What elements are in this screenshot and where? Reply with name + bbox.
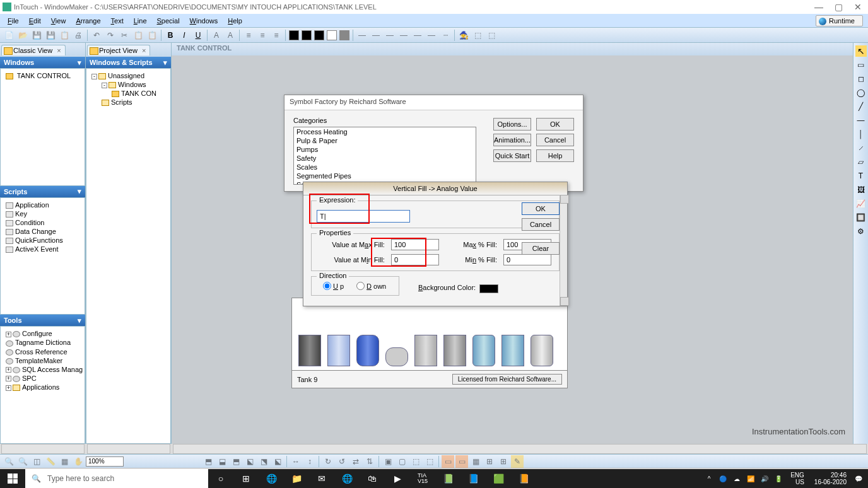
polyline-tool-icon[interactable]: ⟋	[855, 142, 867, 154]
italic-button[interactable]: I	[178, 29, 191, 42]
menu-file[interactable]: File	[3, 16, 24, 26]
line-tool-icon[interactable]: ╱	[855, 101, 867, 112]
wifi-icon[interactable]: 📶	[745, 473, 756, 484]
chevron-down-icon[interactable]: ▾	[78, 317, 81, 325]
line-color-swatch[interactable]	[289, 30, 299, 40]
break-icon[interactable]: ⊞	[483, 455, 496, 468]
tia-icon[interactable]: TIAV15	[410, 469, 435, 488]
mail-icon[interactable]: ✉	[309, 469, 334, 488]
expander-icon[interactable]: +	[6, 367, 11, 373]
hand-icon[interactable]: ✋	[72, 455, 85, 468]
symbol-item[interactable]	[414, 335, 437, 366]
menu-help[interactable]: Help	[223, 16, 247, 26]
cell-icon[interactable]: ▦	[469, 455, 482, 468]
sf-help-button[interactable]: Help	[536, 149, 574, 162]
group-icon[interactable]: ⬚	[409, 455, 422, 468]
fill-color-swatch[interactable]	[302, 30, 312, 40]
roundrect-tool-icon[interactable]: ◻	[855, 73, 867, 84]
tb-print-icon[interactable]: 🖨	[72, 29, 85, 42]
volume-icon[interactable]: 🔊	[759, 473, 770, 484]
align-m-icon[interactable]: ⬓	[216, 455, 228, 468]
chevron-down-icon[interactable]: ▾	[78, 59, 81, 67]
sf-ok-button[interactable]: OK	[536, 118, 574, 131]
script-item-key[interactable]: Key	[2, 209, 83, 218]
align-center-icon[interactable]: ≡	[256, 29, 269, 42]
button-tool-icon[interactable]: 🔲	[855, 212, 867, 223]
grid-icon[interactable]: ▦	[58, 455, 71, 468]
tb-copy-icon[interactable]: 📋	[58, 29, 71, 42]
clock[interactable]: 20:46 16-06-2020	[811, 472, 850, 485]
text-color-swatch[interactable]	[314, 30, 324, 40]
line1-icon[interactable]: —	[356, 29, 368, 42]
left-hscroll[interactable]	[1, 444, 85, 454]
align-left-icon[interactable]: ≡	[242, 29, 255, 42]
script-item-application[interactable]: Application	[2, 200, 83, 209]
tree-tankcontrol[interactable]: TANK CON	[88, 89, 169, 98]
tools-header[interactable]: Tools ▾	[0, 315, 85, 326]
menu-arrange[interactable]: Arrange	[71, 16, 105, 26]
script-item-activex[interactable]: ActiveX Event	[2, 245, 83, 253]
ws-header[interactable]: Windows & Scripts ▾	[86, 57, 171, 68]
script-item-datachange[interactable]: Data Change	[2, 227, 83, 236]
line6-icon[interactable]: —	[425, 29, 438, 42]
align-l-icon[interactable]: ⬕	[243, 455, 256, 468]
vf-ok-button[interactable]: OK	[522, 202, 560, 215]
expander-icon[interactable]: +	[6, 332, 11, 337]
project-view-tab[interactable]: Project View ×	[87, 45, 150, 55]
symbol-item[interactable]	[298, 335, 321, 366]
lang-indicator[interactable]: ENG US	[787, 472, 808, 485]
chrome-icon[interactable]: 🌐	[259, 469, 284, 488]
front-icon[interactable]: ▣	[382, 455, 394, 468]
bold-button[interactable]: B	[164, 29, 177, 42]
teamviewer-icon[interactable]: 🔵	[717, 473, 729, 484]
align-r-icon[interactable]: ⬕	[271, 455, 284, 468]
classic-view-tab[interactable]: Classic View ×	[1, 45, 66, 55]
symbol-grid[interactable]	[291, 298, 568, 371]
hline-tool-icon[interactable]: —	[855, 115, 867, 126]
rect-tool-icon[interactable]: ▭	[855, 59, 867, 71]
tb-copy2-icon[interactable]: 📋	[132, 29, 144, 42]
taskbar-search[interactable]: 🔍 Type here to search	[25, 469, 208, 488]
menu-view[interactable]: View	[46, 16, 71, 26]
line3-icon[interactable]: —	[384, 29, 396, 42]
vf-clear-button[interactable]: Clear	[522, 242, 560, 255]
excel-icon[interactable]: 📗	[435, 469, 460, 488]
symbol-item[interactable]	[356, 335, 379, 366]
pointer-tool-icon[interactable]: ↖	[855, 45, 867, 57]
tb-paste-icon[interactable]: 📋	[146, 29, 158, 42]
font-shrink-icon[interactable]: A	[224, 29, 237, 42]
flip-v-icon[interactable]: ⇅	[363, 455, 376, 468]
tb-undo-icon[interactable]: ↶	[90, 29, 103, 42]
highlight-b-icon[interactable]: ▭	[455, 455, 468, 468]
ungroup-icon[interactable]: ⬚	[423, 455, 436, 468]
wizard-icon[interactable]: 🧙	[457, 29, 470, 42]
chevron-down-icon[interactable]: ▾	[78, 187, 81, 195]
explorer-icon[interactable]: 📁	[284, 469, 309, 488]
close-project-tab[interactable]: ×	[142, 47, 146, 54]
vf-cancel-button[interactable]: Cancel	[522, 218, 560, 231]
tb-cut-icon[interactable]: ✂	[118, 29, 131, 42]
cat-item[interactable]: Pumps	[294, 145, 476, 154]
highlight-a-icon[interactable]: ▭	[442, 455, 454, 468]
tool-crossref[interactable]: Cross Reference	[2, 347, 83, 356]
menu-edit[interactable]: Edit	[24, 16, 46, 26]
symbol-item[interactable]	[472, 335, 495, 366]
zoom-input[interactable]	[86, 456, 124, 467]
cat-item[interactable]: Segmented Pipes	[294, 171, 476, 180]
options-button[interactable]: Options...	[493, 118, 531, 131]
tool-spc[interactable]: +SPC	[2, 374, 83, 383]
text-tool-icon[interactable]: T	[855, 170, 867, 182]
font-grow-icon[interactable]: A	[210, 29, 223, 42]
expander-icon[interactable]: +	[6, 385, 11, 391]
edit-icon[interactable]: ✎	[511, 455, 524, 468]
store-icon[interactable]: 🛍	[360, 469, 385, 488]
menu-windows[interactable]: Windows	[185, 16, 223, 26]
align-b-icon[interactable]: ⬒	[230, 455, 242, 468]
close-button[interactable]: ✕	[854, 2, 862, 12]
wizard-tool-icon[interactable]: ⚙	[855, 226, 867, 237]
mid-hscroll[interactable]	[87, 444, 170, 454]
tool-templatemaker[interactable]: TemplateMaker	[2, 356, 83, 365]
taskview-icon[interactable]: ⊞	[233, 469, 259, 488]
close-classic-tab[interactable]: ×	[57, 47, 61, 54]
script-item-condition[interactable]: Condition	[2, 218, 83, 227]
